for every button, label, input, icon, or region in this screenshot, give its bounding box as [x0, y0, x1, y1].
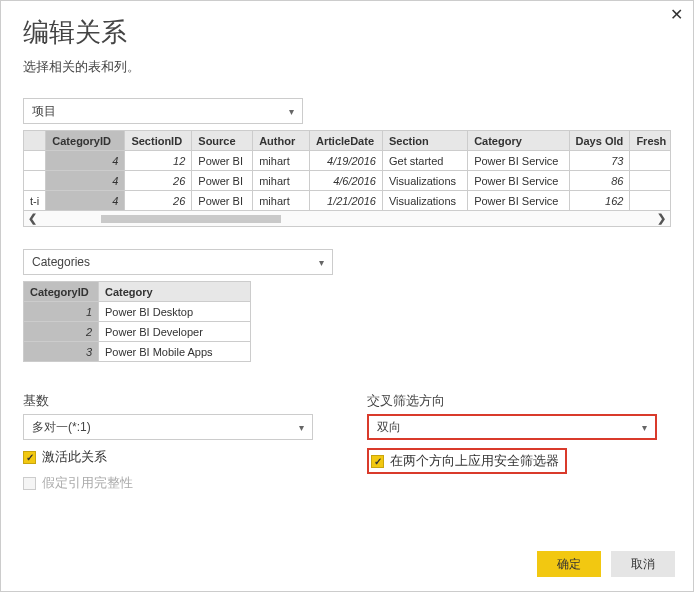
table-cell: Get started: [382, 151, 467, 171]
table-cell: 4/6/2016: [309, 171, 382, 191]
table-cell: 4: [46, 171, 125, 191]
assume-ref-checkbox: [23, 477, 36, 490]
table1: CategoryIDSectionIDSourceAuthorArticleDa…: [23, 130, 671, 211]
table2-header[interactable]: Category: [99, 282, 251, 302]
scroll-left-icon[interactable]: ❮: [28, 212, 37, 225]
table-cell: Power BI Service: [468, 171, 569, 191]
table-cell: Power BI: [192, 171, 253, 191]
scroll-track[interactable]: [41, 215, 653, 223]
table-cell: [24, 151, 46, 171]
assume-ref-checkbox-row: 假定引用完整性: [23, 474, 327, 492]
table1-header[interactable]: [24, 131, 46, 151]
table-cell: Power BI Mobile Apps: [99, 342, 251, 362]
table2-select-value: Categories: [32, 255, 90, 269]
crossfilter-label: 交叉筛选方向: [367, 392, 671, 410]
cardinality-select[interactable]: 多对一(*:1) ▾: [23, 414, 313, 440]
chevron-down-icon: ▾: [319, 257, 324, 268]
crossfilter-value: 双向: [377, 419, 401, 436]
table-cell: 26: [125, 191, 192, 211]
cancel-button[interactable]: 取消: [611, 551, 675, 577]
table-cell: [630, 151, 671, 171]
activate-checkbox[interactable]: [23, 451, 36, 464]
dialog-title: 编辑关系: [23, 15, 671, 50]
table-cell: t-i: [24, 191, 46, 211]
table-row[interactable]: 412Power BImihart4/19/2016Get startedPow…: [24, 151, 671, 171]
cardinality-value: 多对一(*:1): [32, 419, 91, 436]
table2-header[interactable]: CategoryID: [24, 282, 99, 302]
cardinality-label: 基数: [23, 392, 327, 410]
table-cell: 4: [46, 151, 125, 171]
close-icon[interactable]: ✕: [670, 5, 683, 24]
table-cell: Power BI Service: [468, 191, 569, 211]
table-cell: 3: [24, 342, 99, 362]
table-cell: mihart: [253, 191, 310, 211]
table2: CategoryIDCategory 1Power BI Desktop2Pow…: [23, 281, 251, 362]
table-row[interactable]: t-i426Power BImihart1/21/2016Visualizati…: [24, 191, 671, 211]
table-cell: 26: [125, 171, 192, 191]
table-cell: [630, 191, 671, 211]
table-row[interactable]: 426Power BImihart4/6/2016VisualizationsP…: [24, 171, 671, 191]
table1-scrollbar[interactable]: ❮ ❯: [23, 211, 671, 227]
table1-header[interactable]: Fresh: [630, 131, 671, 151]
table-cell: 4/19/2016: [309, 151, 382, 171]
table-cell: Power BI Service: [468, 151, 569, 171]
table1-header[interactable]: Days Old: [569, 131, 630, 151]
table-row[interactable]: 1Power BI Desktop: [24, 302, 251, 322]
table2-header-row: CategoryIDCategory: [24, 282, 251, 302]
activate-label: 激活此关系: [42, 448, 107, 466]
chevron-down-icon: ▾: [642, 422, 647, 433]
chevron-down-icon: ▾: [289, 106, 294, 117]
table1-select-value: 项目: [32, 103, 56, 120]
table-cell: 4: [46, 191, 125, 211]
activate-checkbox-row[interactable]: 激活此关系: [23, 448, 327, 466]
table1-header[interactable]: ArticleDate: [309, 131, 382, 151]
table1-header[interactable]: CategoryID: [46, 131, 125, 151]
table-cell: 1/21/2016: [309, 191, 382, 211]
table-cell: 73: [569, 151, 630, 171]
chevron-down-icon: ▾: [299, 422, 304, 433]
table-row[interactable]: 3Power BI Mobile Apps: [24, 342, 251, 362]
crossfilter-select[interactable]: 双向 ▾: [367, 414, 657, 440]
table2-select[interactable]: Categories ▾: [23, 249, 333, 275]
dialog-subtitle: 选择相关的表和列。: [23, 58, 671, 76]
apply-both-checkbox[interactable]: [371, 455, 384, 468]
scroll-right-icon[interactable]: ❯: [657, 212, 666, 225]
table-cell: [24, 171, 46, 191]
table-cell: Power BI Desktop: [99, 302, 251, 322]
apply-both-label: 在两个方向上应用安全筛选器: [390, 452, 559, 470]
table-cell: Visualizations: [382, 191, 467, 211]
table-cell: mihart: [253, 171, 310, 191]
table1-select[interactable]: 项目 ▾: [23, 98, 303, 124]
table-row[interactable]: 2Power BI Developer: [24, 322, 251, 342]
table-cell: Visualizations: [382, 171, 467, 191]
ok-button[interactable]: 确定: [537, 551, 601, 577]
table1-header-row: CategoryIDSectionIDSourceAuthorArticleDa…: [24, 131, 671, 151]
table-cell: 12: [125, 151, 192, 171]
table-cell: Power BI: [192, 191, 253, 211]
table1-header[interactable]: Category: [468, 131, 569, 151]
assume-ref-label: 假定引用完整性: [42, 474, 133, 492]
table-cell: 1: [24, 302, 99, 322]
scroll-thumb[interactable]: [101, 215, 281, 223]
table1-header[interactable]: Author: [253, 131, 310, 151]
table-cell: [630, 171, 671, 191]
table1-header[interactable]: Section: [382, 131, 467, 151]
table-cell: Power BI: [192, 151, 253, 171]
table1-header[interactable]: Source: [192, 131, 253, 151]
table-cell: 162: [569, 191, 630, 211]
apply-both-highlight: 在两个方向上应用安全筛选器: [367, 448, 567, 474]
table-cell: mihart: [253, 151, 310, 171]
table-cell: Power BI Developer: [99, 322, 251, 342]
table-cell: 2: [24, 322, 99, 342]
table-cell: 86: [569, 171, 630, 191]
table1-header[interactable]: SectionID: [125, 131, 192, 151]
